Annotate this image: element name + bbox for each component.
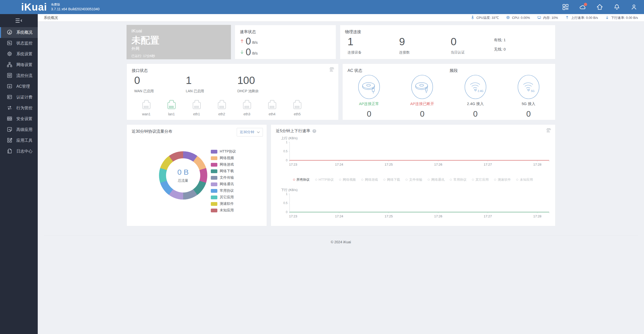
svg-text:17:27: 17:27 bbox=[484, 163, 492, 166]
sliders-icon bbox=[7, 72, 13, 79]
speed-row: 0B/s bbox=[239, 36, 258, 46]
legend-dot-icon bbox=[450, 179, 452, 181]
protocol-legend-item[interactable]: 文件传输 bbox=[211, 175, 236, 180]
port-list: wan1lan1eth1eth2eth3eth4eth5 bbox=[134, 99, 310, 116]
protocol-legend-item[interactable]: 测速软件 bbox=[211, 202, 236, 206]
ethernet-port-eth2[interactable]: eth2 bbox=[209, 99, 234, 116]
wired-count: 有线: 1 bbox=[494, 38, 506, 42]
big-stat: 0WAN 已启用 bbox=[134, 75, 186, 93]
ethernet-port-eth5[interactable]: eth5 bbox=[285, 99, 310, 116]
sidebar-item-tools[interactable]: 应用工具 bbox=[0, 135, 38, 146]
ethernet-port-lan1[interactable]: lan1 bbox=[159, 99, 184, 116]
time-range-select[interactable]: 近30分钟 bbox=[237, 128, 263, 136]
user-icon[interactable] bbox=[630, 4, 637, 11]
protocol-legend-item[interactable]: 常用协议 bbox=[211, 188, 236, 193]
svg-text:17:26: 17:26 bbox=[434, 214, 442, 218]
sidebar-item-network[interactable]: 网络设置 bbox=[0, 60, 38, 70]
rate-legend-item[interactable]: 常用协议 bbox=[450, 177, 466, 182]
sidebar-item-doc-check[interactable]: 高级应用 bbox=[0, 124, 38, 135]
legend-swatch bbox=[211, 189, 217, 193]
cloud-icon[interactable] bbox=[579, 4, 586, 11]
app-logo[interactable]: iKuai bbox=[21, 2, 47, 12]
sidebar-item-firewall[interactable]: 安全设置 bbox=[0, 114, 38, 124]
sidebar-item-gauge[interactable]: 系统概况 bbox=[0, 27, 38, 38]
legend-swatch bbox=[211, 163, 217, 167]
arrow-down-stat: 下行速率: 0.00 B/s bbox=[605, 15, 638, 20]
uptime-label: 已运行: 17分6秒 bbox=[132, 54, 226, 58]
ethernet-port-eth1[interactable]: eth1 bbox=[184, 99, 209, 116]
sidebar-collapse-button[interactable] bbox=[0, 14, 38, 27]
swap-icon bbox=[7, 105, 13, 112]
protocol-legend-item[interactable]: 网络游戏 bbox=[211, 162, 236, 167]
card-menu-icon[interactable] bbox=[546, 128, 551, 132]
svg-text:17:24: 17:24 bbox=[335, 214, 343, 218]
legend-dot-icon bbox=[315, 179, 317, 181]
thermometer-icon bbox=[470, 15, 475, 20]
rate-legend-item[interactable]: 网络通讯 bbox=[428, 177, 444, 182]
rate-legend-item[interactable]: 文件传输 bbox=[406, 177, 422, 182]
ethernet-port-eth3[interactable]: eth3 bbox=[234, 99, 260, 116]
ethernet-port-eth4[interactable]: eth4 bbox=[260, 99, 285, 116]
sidebar-menu: 系统概况状态监控系统设置网络设置流控分流AC管理认证计费行为管控安全设置高级应用… bbox=[0, 27, 38, 157]
collapse-icon bbox=[15, 18, 23, 23]
rate-legend: 所有协议HTTP协议网络视频网络游戏网络下载文件传输网络通讯常用协议其它应用测速… bbox=[271, 177, 555, 182]
legend-dot-icon bbox=[472, 179, 474, 181]
legend-swatch bbox=[211, 150, 217, 154]
sidebar: 系统概况状态监控系统设置网络设置流控分流AC管理认证计费行为管控安全设置高级应用… bbox=[0, 14, 38, 334]
ethernet-port-wan1[interactable]: wan1 bbox=[134, 99, 159, 116]
sidebar-item-logs[interactable]: 日志中心 bbox=[0, 146, 38, 157]
sidebar-item-sliders[interactable]: 流控分流 bbox=[0, 70, 38, 81]
apps-icon[interactable] bbox=[562, 4, 569, 11]
rate-legend-item[interactable]: 未知应用 bbox=[516, 177, 533, 182]
rate-legend-item[interactable]: 测速软件 bbox=[494, 177, 511, 182]
svg-text:0: 0 bbox=[286, 159, 288, 162]
speed-row: 0B/s bbox=[239, 46, 258, 57]
svg-text:5G: 5G bbox=[531, 89, 534, 92]
rate-legend-item[interactable]: 网络下载 bbox=[383, 177, 400, 182]
sidebar-item-gear[interactable]: 系统设置 bbox=[0, 49, 38, 60]
protocol-legend-item[interactable]: HTTP协议 bbox=[211, 149, 236, 154]
home-icon[interactable] bbox=[596, 4, 603, 11]
protocol-legend-item[interactable]: 未知应用 bbox=[211, 208, 236, 213]
legend-dot-icon bbox=[383, 179, 385, 181]
card-menu-icon[interactable] bbox=[329, 67, 335, 72]
help-icon[interactable]: ? bbox=[312, 129, 316, 133]
sidebar-item-swap[interactable]: 行为管控 bbox=[0, 103, 38, 114]
sidebar-item-monitor[interactable]: 状态监控 bbox=[0, 38, 38, 49]
download-rate-chart: 下行 (KB/s)10.5017:2317:2417:2517:2617:271… bbox=[277, 187, 554, 220]
rate-legend-item[interactable]: 网络游戏 bbox=[361, 177, 378, 182]
tools-icon bbox=[7, 137, 13, 144]
card-title: AC 状态 bbox=[348, 68, 363, 73]
protocol-legend-item[interactable]: 网络下载 bbox=[211, 169, 236, 173]
system-stats: CPU温度: 33℃CPU: 0.00%内存: 10%上行速率: 0.00 B/… bbox=[470, 15, 638, 20]
big-stat: 1LAN 已启用 bbox=[186, 75, 237, 93]
svg-text:1: 1 bbox=[286, 140, 288, 144]
thermometer-stat: CPU温度: 33℃ bbox=[470, 15, 499, 20]
dashboard-content: iKuai 未配置 外网 已运行: 17分6秒 速率状态 0B/s0B/s 物理… bbox=[38, 22, 644, 334]
sidebar-item-id-card[interactable]: 认证计费 bbox=[0, 92, 38, 103]
total-traffic-label: 总流量 bbox=[178, 178, 188, 183]
protocol-legend-item[interactable]: 其它应用 bbox=[211, 195, 236, 200]
protocol-legend-item[interactable]: 网络视频 bbox=[211, 156, 236, 160]
ap-ok-icon bbox=[357, 96, 381, 100]
gauge-icon bbox=[7, 29, 13, 36]
svg-text:17:24: 17:24 bbox=[335, 163, 343, 166]
rate-legend-item[interactable]: 所有协议 bbox=[293, 177, 310, 182]
cpu-stat: CPU: 0.00% bbox=[506, 15, 530, 20]
card-title: 物理连接 bbox=[345, 29, 361, 35]
wifi-box-icon bbox=[7, 83, 13, 90]
doc-check-icon bbox=[7, 126, 13, 133]
rate-legend-item[interactable]: HTTP协议 bbox=[315, 177, 334, 182]
legend-dot-icon bbox=[339, 179, 341, 181]
card-title: 近30分钟协议流量分布 bbox=[132, 129, 173, 134]
rate-legend-item[interactable]: 其它应用 bbox=[472, 177, 489, 182]
copyright-label: © 2024 iKuai bbox=[331, 240, 351, 244]
svg-text:0.5: 0.5 bbox=[283, 201, 288, 205]
bell-icon[interactable] bbox=[613, 4, 620, 11]
wireless-count: 无线: 0 bbox=[494, 47, 506, 52]
sidebar-item-wifi-box[interactable]: AC管理 bbox=[0, 81, 38, 92]
upload-rate-chart: 上行 (KB/s)10.5017:2317:2417:2517:2617:271… bbox=[277, 135, 554, 168]
rate-legend-item[interactable]: 网络视频 bbox=[339, 177, 356, 182]
svg-text:0: 0 bbox=[286, 210, 288, 214]
protocol-legend-item[interactable]: 网络通讯 bbox=[211, 182, 236, 186]
